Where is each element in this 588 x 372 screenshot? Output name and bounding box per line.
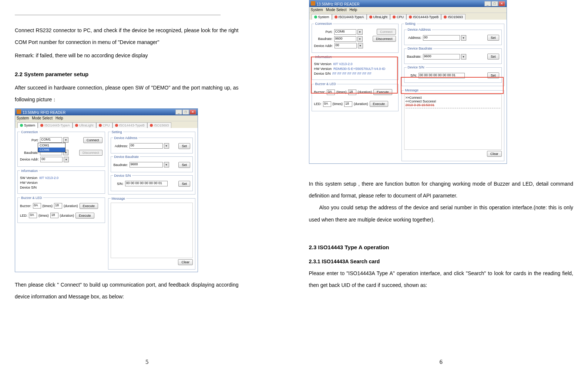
message-textarea[interactable] [111, 203, 193, 258]
buzzer-duration-input[interactable]: 18 [54, 203, 62, 209]
buzzer-execute-button[interactable]: Execute [80, 203, 98, 209]
buzzer-execute-button[interactable]: Execute [373, 89, 392, 95]
led-duration-input[interactable]: 18 [344, 101, 352, 107]
para-setup-address: Also you could setup the address of the … [309, 202, 574, 225]
label-duration: (duration) [64, 204, 78, 208]
set-baudrate-button[interactable]: Set [178, 162, 190, 168]
legend-connection: Connection [20, 130, 39, 134]
label-duration: (duration) [354, 102, 368, 106]
port-input[interactable]: COM6 [334, 29, 356, 35]
menu-mode-select[interactable]: Mode Select [32, 116, 53, 120]
port-dropdown-arrow[interactable]: ▼ [357, 29, 363, 35]
maximize-button[interactable]: □ [182, 109, 189, 115]
led-duration-input[interactable]: 18 [50, 213, 58, 218]
groupbox-device-baudrate: Device Baudrate Baudrate: 9600 ▼ Set [111, 155, 193, 172]
port-dropdown-arrow[interactable]: ▼ [63, 137, 68, 143]
para-system-setup: In this system setup , there are functio… [309, 178, 574, 202]
para-then-click-connect: Then please click " Connect" to build up… [15, 279, 239, 302]
legend-device-baudrate: Device Baudrate [407, 47, 434, 50]
disconnect-button[interactable]: Disconnect [79, 150, 103, 156]
menu-help[interactable]: Help [349, 8, 357, 12]
menubar: System Mode Select Help [309, 7, 507, 13]
baudrate-setting-input[interactable]: 9600 [423, 54, 460, 60]
groupbox-message: Message Clear [108, 197, 196, 270]
set-address-button[interactable]: Set [178, 143, 190, 149]
device-addr-input[interactable]: 00 [335, 43, 357, 48]
set-address-button[interactable]: Set [487, 35, 499, 41]
address-input[interactable]: 00 [130, 143, 163, 149]
port-input[interactable]: COM1 [40, 137, 62, 143]
led-execute-button[interactable]: Execute [370, 101, 389, 107]
tab-cpu[interactable]: CPU [390, 14, 406, 20]
screenshot-2: 13.56MHz RFID READER _ □ ✕ System Mode S… [309, 0, 507, 164]
tab-iso14443a[interactable]: ISO14443-TypeA [332, 14, 367, 20]
groupbox-information: Information SW Version I0T V213-2.0 HW V… [17, 169, 105, 194]
buzzer-times-input[interactable]: 0A [327, 89, 335, 95]
led-execute-button[interactable]: Execute [75, 213, 94, 219]
minimize-button[interactable]: _ [484, 1, 491, 6]
maximize-button[interactable]: □ [491, 1, 498, 6]
close-button[interactable]: ✕ [189, 109, 196, 115]
set-baudrate-button[interactable]: Set [487, 54, 499, 60]
minimize-button[interactable]: _ [175, 109, 182, 115]
menu-help[interactable]: Help [56, 116, 63, 120]
close-button[interactable]: ✕ [498, 1, 505, 6]
menu-system[interactable]: System [17, 116, 29, 120]
tab-icon [409, 16, 412, 18]
menu-system[interactable]: System [311, 8, 323, 12]
label-device-addr: Device Addr: [20, 158, 39, 161]
port-dropdown-list[interactable]: COM1 COM6 [38, 143, 65, 152]
buzzer-times-input[interactable]: 0A [33, 203, 41, 209]
buzzer-duration-input[interactable]: 18 [348, 89, 356, 95]
tab-ultralight[interactable]: UltraLight [367, 14, 390, 20]
port-option-com6[interactable]: COM6 [38, 148, 65, 152]
message-textarea[interactable]: >>Connect <<Connect Success! 2013-3-26 1… [404, 94, 502, 150]
tab-system[interactable]: System [312, 14, 332, 20]
address-dropdown-arrow[interactable]: ▼ [164, 143, 169, 149]
address-dropdown-arrow[interactable]: ▼ [461, 35, 466, 41]
groupbox-device-sn: Device S/N S/N: 00 00 00 00 00 00 00 01 … [404, 65, 502, 83]
tab-ultralight[interactable]: UltraLight [73, 122, 96, 128]
tab-system[interactable]: System [17, 122, 38, 128]
port-option-com1[interactable]: COM1 [38, 143, 65, 148]
baudrate-input[interactable]: 9600 [334, 36, 356, 42]
sn-input[interactable]: 00 00 00 00 00 00 00 01 [125, 181, 168, 186]
device-addr-dropdown-arrow[interactable]: ▼ [358, 43, 363, 48]
heading-2-3-1: 2.3.1 ISO14443A Search card [309, 258, 574, 264]
disconnect-button[interactable]: Disconnect [373, 36, 396, 42]
clear-button[interactable]: Clear [178, 259, 193, 265]
sn-input[interactable]: 00 00 00 00 00 00 00 01 [419, 73, 465, 78]
set-sn-button[interactable]: Set [178, 181, 190, 187]
baudrate-setting-input[interactable]: 9600 [130, 162, 163, 168]
msg-line-success: <<Connect Success! [406, 99, 500, 103]
legend-device-sn-setting: Device S/N [113, 174, 132, 177]
label-times: (times) [333, 102, 343, 106]
window-title: 13.56MHz RFID READER [23, 111, 65, 115]
tab-iso14443b[interactable]: ISO14443-TypeB [406, 14, 441, 20]
label-baudrate: Baudrate: [20, 151, 38, 155]
tab-iso14443b[interactable]: ISO14443-TypeB [112, 122, 147, 128]
tab-iso15693[interactable]: ISO15693 [441, 14, 466, 20]
groupbox-message: Message >>Connect <<Connect Success! 201… [401, 88, 504, 161]
legend-device-address: Device Address [407, 28, 432, 31]
device-addr-dropdown-arrow[interactable]: ▼ [64, 157, 69, 162]
address-input[interactable]: 00 [423, 35, 460, 41]
baudrate-dropdown-arrow[interactable]: ▼ [357, 36, 363, 42]
set-sn-button[interactable]: Set [487, 72, 499, 78]
tab-icon [115, 124, 118, 127]
baudrate-setting-arrow[interactable]: ▼ [164, 162, 169, 168]
connect-button[interactable]: Connect [377, 29, 396, 35]
clear-button[interactable]: Clear [487, 151, 502, 157]
baudrate-setting-arrow[interactable]: ▼ [461, 54, 466, 60]
led-times-input[interactable]: 0A [323, 101, 331, 107]
label-baudrate-setting: Baudrate: [407, 55, 421, 58]
tabbar: System ISO14443-TypeA UltraLight CPU ISO… [309, 13, 507, 20]
tab-iso14443a[interactable]: ISO14443-TypeA [38, 122, 73, 128]
tab-iso15693[interactable]: ISO15693 [147, 122, 172, 128]
menu-mode-select[interactable]: Mode Select [326, 8, 347, 12]
device-addr-input[interactable]: 00 [40, 157, 63, 162]
tab-cpu[interactable]: CPU [96, 122, 112, 128]
connect-button[interactable]: Connect [83, 137, 103, 143]
led-times-input[interactable]: 0A [29, 213, 37, 218]
legend-message: Message [404, 88, 420, 92]
